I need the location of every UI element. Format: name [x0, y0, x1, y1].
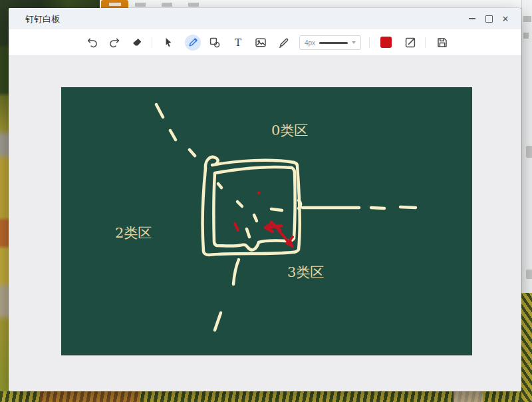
- eraser-button[interactable]: [129, 35, 145, 51]
- marker-icon: [277, 36, 291, 49]
- marker-tool-button[interactable]: [276, 35, 292, 51]
- title-bar[interactable]: 钉钉白板 ✕: [9, 8, 521, 29]
- background-tab-label-fragment[interactable]: [162, 3, 172, 7]
- color-swatch-red[interactable]: [380, 37, 392, 48]
- chevron-down-icon: [352, 41, 356, 44]
- whiteboard-window: 钉钉白板 ✕: [9, 8, 521, 391]
- text-tool-icon: T: [235, 37, 241, 49]
- redo-button[interactable]: [106, 35, 122, 51]
- zone-label-0: 0类区: [271, 122, 308, 138]
- background-tab-label-fragment[interactable]: [135, 3, 146, 7]
- wallpaper-top-strip: [0, 0, 102, 8]
- stroke-dashed-diagonal: [156, 104, 195, 156]
- zone-label-2: 2类区: [115, 225, 152, 241]
- shapes-icon: [208, 36, 221, 49]
- wallpaper-orange-field: [40, 391, 140, 402]
- close-button[interactable]: ✕: [499, 13, 511, 25]
- scrollbar-thumb[interactable]: [526, 270, 532, 279]
- side-window-text-fragment: [523, 16, 531, 22]
- scrollbar-thumb[interactable]: [526, 146, 532, 158]
- window-title: 钉钉白板: [25, 13, 60, 25]
- wallpaper-right-strip: [521, 293, 532, 402]
- background-tab-bar: [100, 0, 521, 8]
- save-button[interactable]: [434, 35, 450, 51]
- wallpaper-bottom-strip: [0, 391, 532, 402]
- red-dash: [235, 224, 238, 230]
- wallpaper-left-strip: [0, 0, 9, 402]
- zone-label-3: 3类区: [287, 264, 324, 280]
- stroke-inner-square: [213, 167, 295, 250]
- toolbar-divider: [425, 37, 426, 48]
- side-window-text-fragment: [523, 33, 529, 39]
- text-tool-button[interactable]: T: [230, 35, 246, 51]
- toolbar-divider: [369, 37, 370, 48]
- image-tool-button[interactable]: [253, 35, 269, 51]
- stroke-width-dropdown[interactable]: 4px: [299, 35, 361, 50]
- stroke-width-label: 4px: [305, 39, 315, 47]
- shapes-tool-button[interactable]: [207, 35, 223, 51]
- toolbar-divider: [152, 37, 152, 48]
- stroke-width-preview: [319, 42, 348, 44]
- toolbar: T 4px: [9, 29, 521, 56]
- stroke-inner-dashes: [218, 184, 282, 237]
- canvas-drawing: 0类区 2类区 3类区: [61, 87, 472, 355]
- stroke-lower-dashes: [215, 260, 239, 330]
- maximize-button[interactable]: [483, 13, 495, 25]
- stroke-horizontal-dashed-line: [299, 200, 416, 208]
- select-tool-button[interactable]: [160, 35, 176, 51]
- cursor-icon: [162, 36, 175, 49]
- annotate-button[interactable]: [402, 35, 418, 51]
- wallpaper-path: [454, 391, 483, 402]
- eraser-icon: [130, 36, 144, 49]
- red-dot: [257, 192, 261, 195]
- undo-icon: [86, 36, 99, 49]
- redo-icon: [108, 36, 121, 49]
- save-icon: [436, 36, 449, 49]
- undo-button[interactable]: [84, 35, 100, 51]
- pen-tool-button[interactable]: [185, 35, 201, 51]
- image-icon: [254, 36, 267, 49]
- pen-icon: [186, 36, 200, 49]
- minimize-button[interactable]: [466, 13, 478, 25]
- edit-box-icon: [404, 36, 417, 49]
- whiteboard-canvas[interactable]: 0类区 2类区 3类区: [61, 87, 472, 355]
- background-active-tab[interactable]: [101, 0, 128, 8]
- background-tab-label-fragment[interactable]: [188, 3, 199, 7]
- background-side-window: [521, 0, 532, 293]
